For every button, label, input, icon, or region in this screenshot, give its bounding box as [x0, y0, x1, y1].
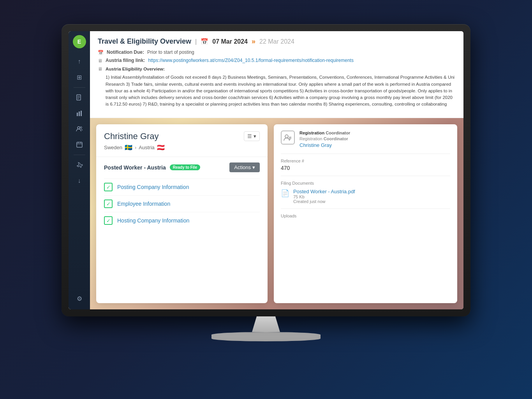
menu-icon: ☰ [247, 133, 252, 139]
card-menu-button[interactable]: ☰ ▾ [244, 131, 260, 141]
check-icon-employee: ✓ [104, 200, 113, 208]
route-to-label: Austria [139, 145, 154, 150]
posted-worker-header: Posted Worker - Austria Ready to File Ac… [104, 162, 260, 172]
pdf-icon: 📄 [281, 189, 289, 198]
svg-point-13 [285, 135, 288, 138]
person-route: Sweden 🇸🇪 › Austria 🇦🇹 [104, 144, 165, 151]
file-item: 📄 Posted Worker - Austria.pdf 75 Kb Crea… [281, 189, 450, 204]
sidebar-icon-settings[interactable]: ⚙ [72, 291, 86, 305]
person-info: Christine Gray Sweden 🇸🇪 › Austria 🇦🇹 [104, 131, 165, 151]
section-posting-company: ✓ Posting Company Information [104, 178, 260, 195]
route-to-flag: 🇦🇹 [157, 144, 165, 151]
svg-point-7 [78, 127, 80, 129]
ready-to-file-badge: Ready to File [170, 164, 200, 170]
coordinator-section: Registration Coordinator Registration Co… [281, 131, 450, 154]
card-header: Christine Gray Sweden 🇸🇪 › Austria 🇦🇹 [96, 124, 268, 157]
employee-information-link[interactable]: Employee Information [117, 201, 170, 207]
filing-link[interactable]: https://www.postingofworkers.at/cms/Z04/… [148, 58, 354, 63]
app-logo[interactable]: E [73, 35, 86, 48]
monitor-stand [211, 316, 321, 341]
right-card: Registration Coordinator Registration Co… [274, 124, 457, 303]
reference-label: Reference # [281, 159, 450, 163]
sidebar-divider-2 [74, 155, 85, 155]
coordinator-name[interactable]: Christine Gray [299, 142, 350, 148]
eligibility-title: Austria Eligibility Overview: [106, 66, 456, 72]
actions-button[interactable]: Actions ▾ [229, 162, 260, 172]
eligibility-row: 🖥 Austria Eligibility Overview: 1) Initi… [98, 66, 456, 109]
route-from-flag: 🇸🇪 [125, 144, 132, 151]
eligibility-section: Austria Eligibility Overview: 1) Initial… [106, 66, 456, 109]
notification-value: Prior to start of posting [147, 49, 194, 55]
person-card: Christine Gray Sweden 🇸🇪 › Austria 🇦🇹 [96, 124, 268, 303]
check-icon-hosting: ✓ [104, 216, 113, 225]
notification-label: Notification Due: [107, 49, 144, 55]
file-size: 75 Kb [293, 194, 355, 199]
section-hosting-company: ✓ Hosting Company Information [104, 212, 260, 229]
eligibility-text: 1) Initial Assembly/Installation of Good… [106, 74, 456, 109]
svg-rect-4 [77, 113, 78, 116]
page-header: Travel & Eligibility Overview | 📅 07 Mar… [98, 37, 456, 46]
route-from-label: Sweden [104, 145, 122, 150]
date-start: 07 Mar 2024 [212, 38, 248, 45]
file-name[interactable]: Posted Worker - Austria.pdf [293, 189, 355, 194]
stand-base [211, 332, 321, 341]
filing-icon: 🖥 [98, 58, 102, 64]
svg-rect-9 [77, 142, 82, 147]
posted-worker-title-area: Posted Worker - Austria Ready to File [104, 164, 200, 171]
posted-worker-section: Posted Worker - Austria Ready to File Ac… [96, 157, 268, 234]
posting-company-link[interactable]: Posting Company Information [117, 184, 189, 190]
reference-section: Reference # 470 [281, 154, 450, 176]
hosting-company-link[interactable]: Hosting Company Information [117, 217, 189, 224]
menu-arrow: ▾ [254, 133, 256, 139]
coordinator-label: Registration Coordinator [299, 131, 350, 135]
uploads-section: Uploads [281, 208, 450, 218]
svg-point-8 [80, 127, 82, 128]
filing-docs-label: Filing Documents [281, 181, 450, 185]
sidebar: E ↑ ⊞ [69, 31, 90, 309]
coordinator-icon [281, 131, 295, 145]
date-separator: | [195, 38, 197, 45]
date-arrow: » [252, 37, 255, 46]
sidebar-icon-grid[interactable]: ⊞ [72, 70, 86, 84]
svg-rect-5 [79, 111, 80, 116]
sidebar-icon-users[interactable] [72, 122, 86, 136]
main-content: Travel & Eligibility Overview | 📅 07 Mar… [90, 31, 463, 309]
uploads-label: Uploads [281, 214, 450, 218]
eligibility-icon: 🖥 [98, 66, 102, 72]
actions-label: Actions [234, 164, 251, 170]
stand-neck [243, 316, 289, 332]
filing-link-label: Austria filing link: [106, 58, 145, 63]
calendar-icon: 📅 [201, 38, 208, 45]
coordinator-info: Registration Coordinator Registration Co… [299, 131, 350, 148]
svg-rect-6 [81, 111, 82, 116]
sidebar-icon-calendar[interactable] [72, 138, 86, 152]
bottom-area: Christine Gray Sweden 🇸🇪 › Austria 🇦🇹 [90, 118, 463, 309]
file-created: Created just now [293, 199, 355, 204]
notification-row: 📅 Notification Due: Prior to start of po… [98, 49, 456, 55]
file-details: Posted Worker - Austria.pdf 75 Kb Create… [293, 189, 355, 204]
sidebar-icon-report[interactable] [72, 106, 86, 120]
filing-link-row: 🖥 Austria filing link: https://www.posti… [98, 58, 456, 64]
notification-icon: 📅 [98, 50, 104, 55]
sidebar-icon-document[interactable] [72, 91, 86, 105]
route-arrow: › [135, 145, 136, 150]
person-name: Christine Gray [104, 131, 165, 141]
check-icon-posting: ✓ [104, 183, 113, 191]
sidebar-icon-upload[interactable]: ↑ [72, 55, 86, 69]
page-title: Travel & Eligibility Overview [98, 37, 191, 46]
actions-arrow: ▾ [252, 164, 255, 170]
coordinator-role-label: Registration Coordinator [299, 136, 350, 141]
date-end: 22 Mar 2024 [259, 38, 294, 45]
posted-worker-title: Posted Worker - Austria [104, 164, 166, 171]
filing-section: Filing Documents 📄 Posted Worker - Austr… [281, 176, 450, 208]
sidebar-divider-1 [74, 87, 85, 88]
section-employee: ✓ Employee Information [104, 195, 260, 212]
sidebar-icon-download[interactable]: ↓ [72, 174, 86, 188]
top-panel: Travel & Eligibility Overview | 📅 07 Mar… [90, 31, 463, 118]
reference-value: 470 [281, 165, 450, 171]
sidebar-icon-plane[interactable] [72, 158, 86, 172]
